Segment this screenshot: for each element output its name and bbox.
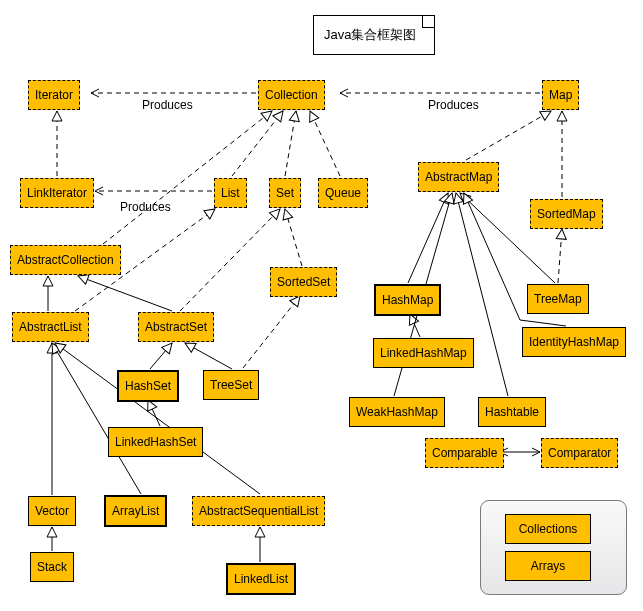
node-hashtable: Hashtable bbox=[478, 397, 546, 427]
legend-collections: Collections bbox=[505, 514, 591, 544]
node-abstractcollection: AbstractCollection bbox=[10, 245, 121, 275]
legend-arrays: Arrays bbox=[505, 551, 591, 581]
legend-box: Collections Arrays bbox=[480, 500, 627, 595]
node-comparable: Comparable bbox=[425, 438, 504, 468]
node-map: Map bbox=[542, 80, 579, 110]
node-hashmap: HashMap bbox=[374, 284, 441, 316]
node-sortedset: SortedSet bbox=[270, 267, 337, 297]
node-linkedhashset: LinkedHashSet bbox=[108, 427, 203, 457]
node-comparator: Comparator bbox=[541, 438, 618, 468]
node-collection: Collection bbox=[258, 80, 325, 110]
node-weakhashmap: WeakHashMap bbox=[349, 397, 445, 427]
diagram-title: Java集合框架图 bbox=[313, 15, 435, 55]
node-sortedmap: SortedMap bbox=[530, 199, 603, 229]
label-produces-1: Produces bbox=[142, 98, 193, 112]
node-linkiterator: LinkIterator bbox=[20, 178, 94, 208]
node-abstractmap: AbstractMap bbox=[418, 162, 499, 192]
node-abstractlist: AbstractList bbox=[12, 312, 89, 342]
node-treeset: TreeSet bbox=[203, 370, 259, 400]
node-arraylist: ArrayList bbox=[104, 495, 167, 527]
node-iterator: Iterator bbox=[28, 80, 80, 110]
node-linkedhashmap: LinkedHashMap bbox=[373, 338, 474, 368]
label-produces-2: Produces bbox=[428, 98, 479, 112]
node-hashset: HashSet bbox=[117, 370, 179, 402]
node-list: List bbox=[214, 178, 247, 208]
label-produces-3: Produces bbox=[120, 200, 171, 214]
node-identityhashmap: IdentityHashMap bbox=[522, 327, 626, 357]
node-vector: Vector bbox=[28, 496, 76, 526]
node-queue: Queue bbox=[318, 178, 368, 208]
node-stack: Stack bbox=[30, 552, 74, 582]
node-linkedlist: LinkedList bbox=[226, 563, 296, 595]
node-set: Set bbox=[269, 178, 301, 208]
node-abstractset: AbstractSet bbox=[138, 312, 214, 342]
node-abstractsequentiallist: AbstractSequentialList bbox=[192, 496, 325, 526]
node-treemap: TreeMap bbox=[527, 284, 589, 314]
